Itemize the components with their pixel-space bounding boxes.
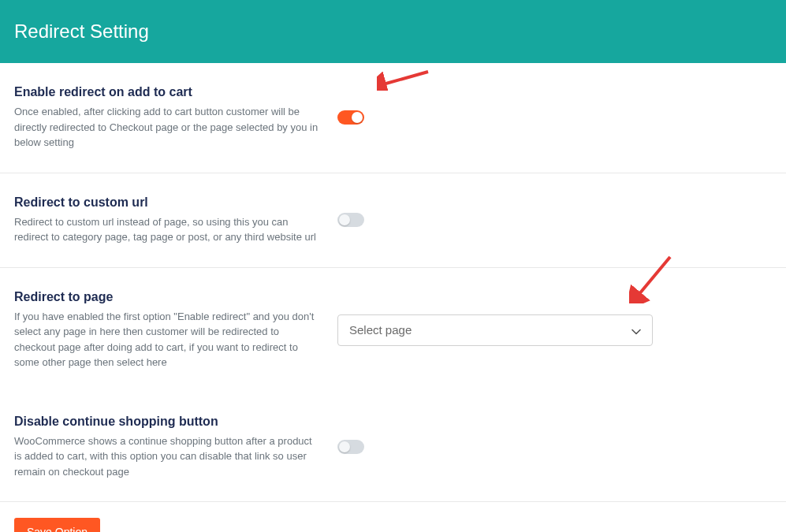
setting-info: Redirect to custom url Redirect to custo… [14,195,337,245]
svg-line-1 [383,72,428,84]
setting-title: Redirect to page [14,290,322,304]
setting-control [337,85,772,151]
setting-control [337,195,772,245]
setting-description: Once enabled, after clicking add to cart… [14,104,322,151]
setting-control [337,415,772,480]
toggle-knob [339,441,350,452]
setting-info: Disable continue shopping button WooComm… [14,415,337,480]
toggle-knob [352,112,363,123]
setting-description: WooCommerce shows a continue shopping bu… [14,433,322,480]
chevron-down-icon [631,326,641,335]
setting-title: Enable redirect on add to cart [14,85,322,99]
page-header: Redirect Setting [0,0,786,63]
setting-row-disable-continue: Disable continue shopping button WooComm… [0,392,786,503]
toggle-knob [339,214,350,225]
setting-row-enable-redirect: Enable redirect on add to cart Once enab… [0,63,786,173]
enable-redirect-toggle[interactable] [337,110,364,125]
page-title: Redirect Setting [14,20,149,42]
setting-info: Enable redirect on add to cart Once enab… [14,85,337,151]
setting-control: Select page [337,290,772,370]
disable-continue-toggle[interactable] [337,440,364,454]
redirect-page-select[interactable]: Select page [337,314,653,346]
setting-title: Disable continue shopping button [14,415,322,429]
setting-info: Redirect to page If you have enabled the… [14,290,337,370]
setting-title: Redirect to custom url [14,195,322,210]
setting-description: Redirect to custom url instead of page, … [14,214,322,245]
custom-url-toggle[interactable] [337,213,364,227]
setting-row-redirect-page: Redirect to page If you have enabled the… [0,268,786,392]
setting-description: If you have enabled the first option "En… [14,309,322,370]
save-button[interactable]: Save Option [14,518,100,532]
select-placeholder: Select page [349,323,412,337]
setting-row-custom-url: Redirect to custom url Redirect to custo… [0,173,786,268]
